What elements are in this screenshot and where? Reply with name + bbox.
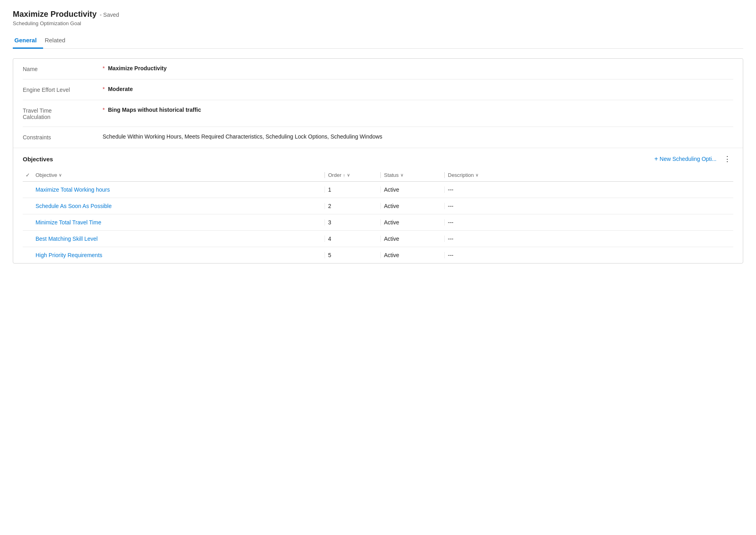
required-indicator-name: * — [103, 65, 105, 71]
table-row[interactable]: Maximize Total Working hours 1 Active --… — [23, 182, 733, 198]
objectives-actions: + New Scheduling Opti... ⋮ — [651, 154, 733, 164]
row-order: 1 — [325, 186, 380, 193]
row-status: Active — [380, 236, 444, 242]
required-indicator-eel: * — [103, 86, 105, 92]
row-status: Active — [380, 252, 444, 258]
chevron-down-icon-status: ∨ — [400, 172, 404, 178]
table-row[interactable]: Minimize Total Travel Time 3 Active --- — [23, 214, 733, 231]
row-objective[interactable]: Schedule As Soon As Possible — [36, 203, 325, 209]
chevron-down-icon-order: ∨ — [347, 172, 350, 178]
row-order: 3 — [325, 219, 380, 226]
row-description: --- — [444, 203, 733, 209]
header-order[interactable]: Order ↑ ∨ — [325, 172, 380, 178]
row-description: --- — [444, 186, 733, 193]
row-order: 4 — [325, 236, 380, 242]
field-constraints: Constraints Schedule Within Working Hour… — [23, 127, 733, 148]
row-order: 5 — [325, 252, 380, 258]
objectives-table: Maximize Total Working hours 1 Active --… — [23, 182, 733, 263]
label-engine-effort-level: Engine Effort Level — [23, 86, 103, 93]
table-row[interactable]: Best Matching Skill Level 4 Active --- — [23, 231, 733, 247]
header-checkbox: ✓ — [23, 172, 36, 178]
table-row[interactable]: High Priority Requirements 5 Active --- — [23, 247, 733, 263]
row-status: Active — [380, 203, 444, 209]
tab-general[interactable]: General — [13, 33, 43, 49]
field-travel-time-calculation: Travel TimeCalculation * Bing Maps witho… — [23, 100, 733, 127]
checkmark-icon: ✓ — [26, 172, 30, 178]
header-description[interactable]: Description ∨ — [444, 172, 733, 178]
plus-icon: + — [654, 155, 658, 162]
chevron-down-icon-objective: ∨ — [59, 172, 62, 178]
row-status: Active — [380, 219, 444, 226]
label-travel-time-calculation: Travel TimeCalculation — [23, 107, 103, 120]
tabs: General Related — [13, 33, 743, 49]
row-order: 2 — [325, 203, 380, 209]
value-constraints: Schedule Within Working Hours, Meets Req… — [103, 133, 382, 140]
row-description: --- — [444, 236, 733, 242]
content-area: Name * Maximize Productivity Engine Effo… — [13, 58, 743, 264]
objectives-title: Objectives — [23, 156, 53, 162]
required-indicator-ttc: * — [103, 107, 105, 113]
tab-related[interactable]: Related — [43, 33, 72, 49]
header-order-label: Order — [328, 172, 341, 178]
field-engine-effort-level: Engine Effort Level * Moderate — [23, 79, 733, 100]
chevron-down-icon-description: ∨ — [475, 172, 479, 178]
more-options-button[interactable]: ⋮ — [721, 154, 733, 164]
table-header: ✓ Objective ∨ Order ↑ ∨ Status ∨ Descrip… — [23, 169, 733, 182]
objectives-section: Objectives + New Scheduling Opti... ⋮ ✓ … — [13, 148, 743, 263]
value-name: Maximize Productivity — [108, 65, 166, 71]
row-description: --- — [444, 252, 733, 258]
sort-asc-icon-order: ↑ — [343, 173, 345, 178]
page-title: Maximize Productivity — [13, 10, 97, 19]
new-scheduling-button[interactable]: + New Scheduling Opti... — [651, 154, 720, 164]
row-objective[interactable]: Minimize Total Travel Time — [36, 219, 325, 226]
row-objective[interactable]: Maximize Total Working hours — [36, 186, 325, 193]
field-name: Name * Maximize Productivity — [23, 59, 733, 79]
label-name: Name — [23, 65, 103, 72]
value-travel-time-calculation: Bing Maps without historical traffic — [108, 107, 201, 113]
objectives-header: Objectives + New Scheduling Opti... ⋮ — [23, 148, 733, 169]
new-scheduling-button-label: New Scheduling Opti... — [660, 156, 716, 162]
header-objective[interactable]: Objective ∨ — [36, 172, 325, 178]
label-constraints: Constraints — [23, 133, 103, 141]
saved-badge: - Saved — [100, 12, 119, 18]
row-objective[interactable]: Best Matching Skill Level — [36, 236, 325, 242]
table-row[interactable]: Schedule As Soon As Possible 2 Active --… — [23, 198, 733, 214]
header-status-label: Status — [384, 172, 399, 178]
form-section: Name * Maximize Productivity Engine Effo… — [13, 59, 743, 148]
value-engine-effort-level: Moderate — [108, 86, 133, 92]
header-description-label: Description — [448, 172, 474, 178]
header-status[interactable]: Status ∨ — [380, 172, 444, 178]
row-status: Active — [380, 186, 444, 193]
row-objective[interactable]: High Priority Requirements — [36, 252, 325, 258]
header-objective-label: Objective — [36, 172, 57, 178]
row-description: --- — [444, 219, 733, 226]
page-header: Maximize Productivity - Saved Scheduling… — [13, 10, 743, 26]
page-subtitle: Scheduling Optimization Goal — [13, 20, 743, 26]
